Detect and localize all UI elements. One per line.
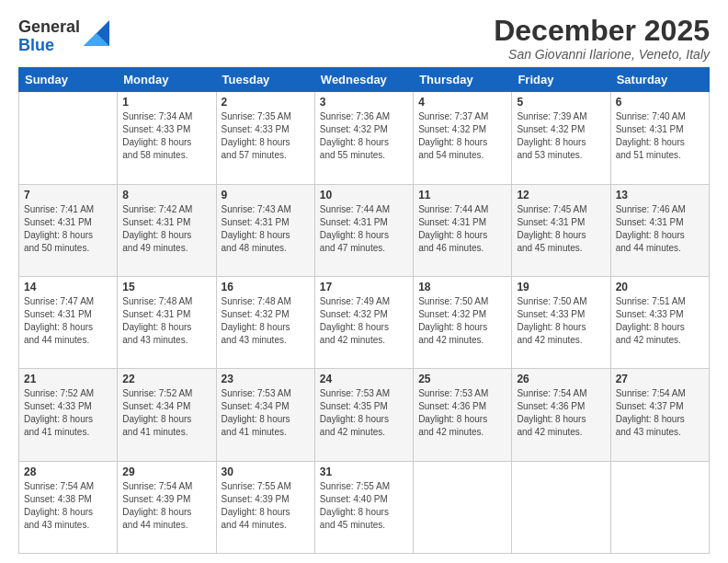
day-number: 30	[222, 465, 310, 478]
day-number: 13	[616, 189, 704, 201]
logo-blue: Blue	[18, 37, 80, 55]
table-cell: 25Sunrise: 7:53 AM Sunset: 4:36 PM Dayli…	[414, 369, 512, 461]
table-cell: 16Sunrise: 7:48 AM Sunset: 4:32 PM Dayli…	[216, 276, 314, 368]
logo-text: General Blue	[18, 18, 80, 55]
table-cell: 8Sunrise: 7:42 AM Sunset: 4:31 PM Daylig…	[118, 184, 216, 276]
table-cell: 28Sunrise: 7:54 AM Sunset: 4:38 PM Dayli…	[19, 461, 118, 553]
day-info: Sunrise: 7:53 AM Sunset: 4:36 PM Dayligh…	[418, 387, 506, 439]
table-cell: 23Sunrise: 7:53 AM Sunset: 4:34 PM Dayli…	[216, 369, 314, 461]
col-wednesday: Wednesday	[314, 68, 413, 92]
day-number: 7	[24, 189, 112, 201]
table-cell: 30Sunrise: 7:55 AM Sunset: 4:39 PM Dayli…	[216, 461, 314, 553]
day-number: 23	[222, 373, 310, 385]
day-info: Sunrise: 7:49 AM Sunset: 4:32 PM Dayligh…	[320, 295, 408, 347]
title-section: December 2025 San Giovanni Ilarione, Ven…	[494, 15, 710, 62]
table-cell: 26Sunrise: 7:54 AM Sunset: 4:36 PM Dayli…	[512, 369, 610, 461]
day-number: 18	[418, 281, 506, 293]
table-cell: 10Sunrise: 7:44 AM Sunset: 4:31 PM Dayli…	[314, 184, 413, 276]
table-cell: 22Sunrise: 7:52 AM Sunset: 4:34 PM Dayli…	[118, 369, 216, 461]
location: San Giovanni Ilarione, Veneto, Italy	[494, 47, 710, 62]
day-info: Sunrise: 7:54 AM Sunset: 4:37 PM Dayligh…	[616, 387, 704, 439]
day-info: Sunrise: 7:54 AM Sunset: 4:36 PM Dayligh…	[517, 387, 605, 439]
calendar-week-row: 7Sunrise: 7:41 AM Sunset: 4:31 PM Daylig…	[19, 184, 710, 276]
day-number: 9	[222, 189, 310, 201]
day-info: Sunrise: 7:55 AM Sunset: 4:40 PM Dayligh…	[320, 480, 408, 532]
calendar-table: Sunday Monday Tuesday Wednesday Thursday…	[18, 67, 710, 554]
table-cell	[610, 461, 709, 553]
day-number: 21	[24, 373, 112, 385]
day-info: Sunrise: 7:54 AM Sunset: 4:39 PM Dayligh…	[122, 480, 210, 532]
day-number: 4	[418, 96, 506, 109]
day-number: 15	[122, 281, 210, 293]
day-info: Sunrise: 7:37 AM Sunset: 4:32 PM Dayligh…	[418, 110, 506, 162]
day-number: 24	[320, 373, 408, 385]
table-cell	[512, 461, 610, 553]
day-info: Sunrise: 7:44 AM Sunset: 4:31 PM Dayligh…	[320, 203, 408, 255]
day-info: Sunrise: 7:40 AM Sunset: 4:31 PM Dayligh…	[616, 110, 704, 162]
table-cell: 21Sunrise: 7:52 AM Sunset: 4:33 PM Dayli…	[19, 369, 118, 461]
table-cell	[19, 92, 118, 184]
day-info: Sunrise: 7:52 AM Sunset: 4:33 PM Dayligh…	[24, 387, 112, 439]
day-number: 14	[24, 281, 112, 293]
table-cell: 13Sunrise: 7:46 AM Sunset: 4:31 PM Dayli…	[610, 184, 709, 276]
table-cell: 4Sunrise: 7:37 AM Sunset: 4:32 PM Daylig…	[414, 92, 512, 184]
table-cell: 12Sunrise: 7:45 AM Sunset: 4:31 PM Dayli…	[512, 184, 610, 276]
col-monday: Monday	[118, 68, 216, 92]
day-info: Sunrise: 7:48 AM Sunset: 4:31 PM Dayligh…	[122, 295, 210, 347]
table-cell: 18Sunrise: 7:50 AM Sunset: 4:32 PM Dayli…	[414, 276, 512, 368]
day-number: 6	[616, 96, 704, 109]
col-saturday: Saturday	[610, 68, 709, 92]
day-info: Sunrise: 7:45 AM Sunset: 4:31 PM Dayligh…	[517, 203, 605, 255]
calendar-header-row: Sunday Monday Tuesday Wednesday Thursday…	[19, 68, 710, 92]
table-cell: 1Sunrise: 7:34 AM Sunset: 4:33 PM Daylig…	[118, 92, 216, 184]
day-number: 8	[122, 189, 210, 201]
day-info: Sunrise: 7:52 AM Sunset: 4:34 PM Dayligh…	[122, 387, 210, 439]
logo-general: General	[18, 18, 80, 37]
day-number: 5	[517, 96, 605, 109]
day-number: 12	[517, 189, 605, 201]
table-cell: 15Sunrise: 7:48 AM Sunset: 4:31 PM Dayli…	[118, 276, 216, 368]
table-cell: 31Sunrise: 7:55 AM Sunset: 4:40 PM Dayli…	[314, 461, 413, 553]
day-info: Sunrise: 7:42 AM Sunset: 4:31 PM Dayligh…	[122, 203, 210, 255]
day-info: Sunrise: 7:43 AM Sunset: 4:31 PM Dayligh…	[222, 203, 310, 255]
day-number: 17	[320, 281, 408, 293]
day-info: Sunrise: 7:41 AM Sunset: 4:31 PM Dayligh…	[24, 203, 112, 255]
table-cell: 20Sunrise: 7:51 AM Sunset: 4:33 PM Dayli…	[610, 276, 709, 368]
day-number: 3	[320, 96, 408, 109]
calendar-week-row: 28Sunrise: 7:54 AM Sunset: 4:38 PM Dayli…	[19, 461, 710, 553]
day-number: 22	[122, 373, 210, 385]
table-cell: 17Sunrise: 7:49 AM Sunset: 4:32 PM Dayli…	[314, 276, 413, 368]
col-tuesday: Tuesday	[216, 68, 314, 92]
day-number: 10	[320, 189, 408, 201]
day-info: Sunrise: 7:46 AM Sunset: 4:31 PM Dayligh…	[616, 203, 704, 255]
col-thursday: Thursday	[414, 68, 512, 92]
day-number: 16	[222, 281, 310, 293]
day-info: Sunrise: 7:47 AM Sunset: 4:31 PM Dayligh…	[24, 295, 112, 347]
day-info: Sunrise: 7:50 AM Sunset: 4:33 PM Dayligh…	[517, 295, 605, 347]
table-cell: 3Sunrise: 7:36 AM Sunset: 4:32 PM Daylig…	[314, 92, 413, 184]
table-cell: 11Sunrise: 7:44 AM Sunset: 4:31 PM Dayli…	[414, 184, 512, 276]
table-cell: 19Sunrise: 7:50 AM Sunset: 4:33 PM Dayli…	[512, 276, 610, 368]
calendar-week-row: 1Sunrise: 7:34 AM Sunset: 4:33 PM Daylig…	[19, 92, 710, 184]
day-number: 1	[122, 96, 210, 109]
day-info: Sunrise: 7:53 AM Sunset: 4:35 PM Dayligh…	[320, 387, 408, 439]
day-info: Sunrise: 7:48 AM Sunset: 4:32 PM Dayligh…	[222, 295, 310, 347]
table-cell: 7Sunrise: 7:41 AM Sunset: 4:31 PM Daylig…	[19, 184, 118, 276]
day-number: 26	[517, 373, 605, 385]
table-cell: 2Sunrise: 7:35 AM Sunset: 4:33 PM Daylig…	[216, 92, 314, 184]
table-cell: 14Sunrise: 7:47 AM Sunset: 4:31 PM Dayli…	[19, 276, 118, 368]
day-info: Sunrise: 7:55 AM Sunset: 4:39 PM Dayligh…	[222, 480, 310, 532]
table-cell: 5Sunrise: 7:39 AM Sunset: 4:32 PM Daylig…	[512, 92, 610, 184]
table-cell	[414, 461, 512, 553]
day-info: Sunrise: 7:44 AM Sunset: 4:31 PM Dayligh…	[418, 203, 506, 255]
day-info: Sunrise: 7:35 AM Sunset: 4:33 PM Dayligh…	[222, 110, 310, 162]
day-info: Sunrise: 7:36 AM Sunset: 4:32 PM Dayligh…	[320, 110, 408, 162]
page: General Blue December 2025 San Giovanni …	[0, 0, 728, 563]
header: General Blue December 2025 San Giovanni …	[18, 15, 710, 62]
calendar-week-row: 14Sunrise: 7:47 AM Sunset: 4:31 PM Dayli…	[19, 276, 710, 368]
day-number: 11	[418, 189, 506, 201]
day-info: Sunrise: 7:34 AM Sunset: 4:33 PM Dayligh…	[122, 110, 210, 162]
day-info: Sunrise: 7:39 AM Sunset: 4:32 PM Dayligh…	[517, 110, 605, 162]
logo-icon	[84, 20, 109, 46]
day-number: 27	[616, 373, 704, 385]
